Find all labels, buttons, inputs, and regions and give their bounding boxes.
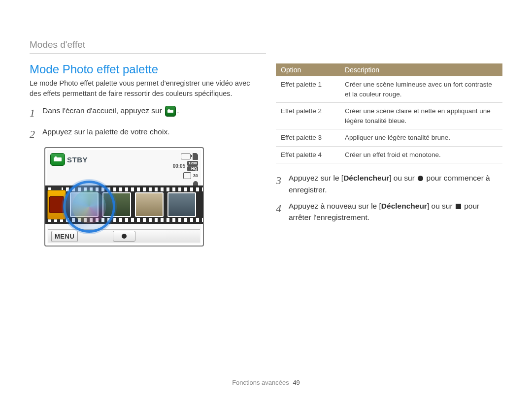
table-header-description: Description: [340, 63, 502, 76]
page-number: 49: [293, 379, 299, 386]
camera-bottombar: MENU: [48, 229, 200, 243]
step-body: Dans l'écran d'accueil, appuyez sur .: [42, 105, 252, 117]
left-column: Mode Photo effet palette Le mode Photo e…: [30, 62, 252, 247]
frame-icon: [183, 172, 191, 179]
step-number: 3: [276, 172, 284, 188]
page: Modes d'effet Mode Photo effet palette L…: [0, 0, 532, 401]
resolution-label: 1280: [187, 161, 198, 166]
record-icon: [418, 176, 423, 181]
step-body: Appuyez à nouveau sur le [Déclencheur] o…: [289, 200, 502, 223]
step-1-pre: Dans l'écran d'accueil, appuyez sur: [42, 106, 164, 115]
step-4-mid: ] ou sur: [427, 202, 455, 210]
palette-thumb-4: [167, 192, 196, 217]
step-2: 2 Appuyez sur la palette de votre choix.: [30, 126, 252, 142]
option-desc: Appliquer une légère tonalité brune.: [340, 129, 502, 147]
intro-paragraph: Le mode Photo effet palette vous permet …: [30, 78, 252, 99]
palette-mode-icon: [165, 106, 176, 117]
step-number: 2: [30, 126, 37, 142]
battery-icon: [181, 154, 191, 159]
step-1-post: .: [177, 106, 179, 115]
step-3-mid: ] ou sur: [389, 174, 417, 182]
table-header-option: Option: [276, 63, 340, 76]
step-body: Appuyez sur le [Déclencheur] ou sur pour…: [289, 172, 502, 195]
svg-rect-3: [55, 156, 57, 158]
step-body: Appuyez sur la palette de votre choix.: [42, 126, 252, 137]
step-4: 4 Appuyez à nouveau sur le [Déclencheur]…: [276, 200, 502, 223]
sd-card-icon: [193, 153, 198, 160]
option-desc: Créer un effet froid et monotone.: [340, 146, 502, 163]
option-name: Effet palette 3: [276, 129, 340, 147]
section-label: Modes d'effet: [30, 39, 266, 54]
step-number: 4: [276, 200, 284, 216]
record-dot-icon: [122, 234, 127, 239]
status-stack: 00:05 1280 HQ 30: [173, 153, 198, 189]
stby-label: STBY: [67, 155, 88, 164]
camera-screen-illustration: STBY 00:05 1280 HQ 30: [44, 147, 204, 247]
step-4-pre: Appuyez à nouveau sur le [: [289, 202, 381, 210]
step-number: 1: [30, 105, 37, 121]
menu-button: MENU: [51, 231, 78, 242]
two-columns: Mode Photo effet palette Le mode Photo e…: [30, 62, 502, 247]
options-table: Option Description Effet palette 1 Créer…: [276, 63, 502, 163]
option-name: Effet palette 1: [276, 76, 340, 103]
record-button: [113, 231, 135, 242]
elapsed-time: 00:05: [173, 163, 186, 169]
svg-rect-2: [54, 157, 62, 161]
table-row: Effet palette 2 Créer une scène claire e…: [276, 103, 502, 129]
mode-indicator: STBY: [50, 153, 88, 166]
right-column: Option Description Effet palette 1 Créer…: [276, 62, 502, 247]
option-desc: Créer une scène claire et nette en appli…: [340, 103, 502, 129]
step-3-pre: Appuyez sur le [: [289, 174, 343, 182]
table-row: Effet palette 3 Appliquer une légère ton…: [276, 129, 502, 147]
fps-label: 30: [193, 173, 198, 178]
palette-mode-icon: [50, 153, 65, 166]
option-name: Effet palette 4: [276, 146, 340, 163]
stop-icon: [456, 204, 461, 209]
selection-ring: [63, 181, 115, 233]
palette-thumb-3: [135, 192, 164, 217]
shutter-label: Déclencheur: [381, 202, 427, 210]
page-footer: Fonctions avancées 49: [0, 379, 532, 386]
table-row: Effet palette 4 Créer un effet froid et …: [276, 146, 502, 163]
step-1: 1 Dans l'écran d'accueil, appuyez sur .: [30, 105, 252, 121]
quality-label: HQ: [187, 166, 198, 171]
table-row: Effet palette 1 Créer une scène lumineus…: [276, 76, 502, 103]
camera-topbar: STBY 00:05 1280 HQ 30: [50, 153, 198, 189]
heading: Mode Photo effet palette: [30, 62, 252, 76]
option-name: Effet palette 2: [276, 103, 340, 129]
svg-rect-1: [168, 109, 170, 110]
footer-label: Fonctions avancées: [232, 379, 289, 386]
svg-rect-0: [167, 110, 173, 113]
option-desc: Créer une scène lumineuse avec un fort c…: [340, 76, 502, 103]
step-3: 3 Appuyez sur le [Déclencheur] ou sur po…: [276, 172, 502, 195]
shutter-label: Déclencheur: [343, 174, 389, 182]
